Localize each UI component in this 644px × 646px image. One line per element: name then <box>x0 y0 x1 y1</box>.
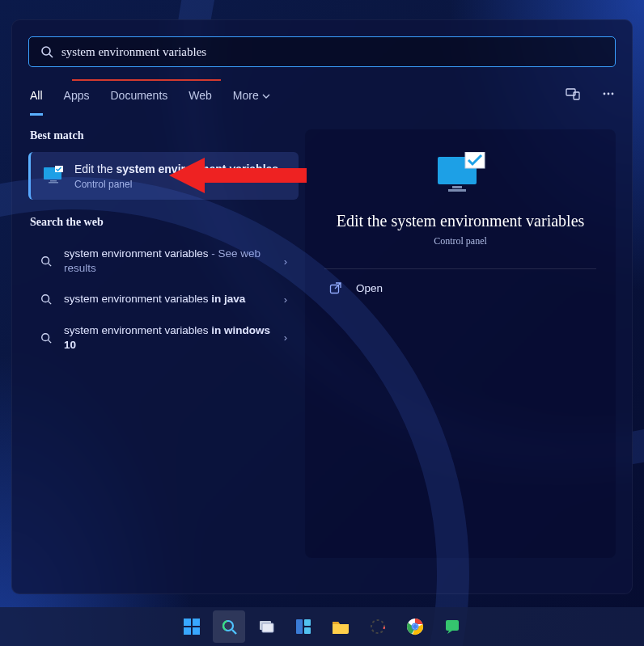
filter-tabs: All Apps Documents Web More <box>30 87 616 115</box>
svg-rect-22 <box>331 285 339 293</box>
svg-rect-23 <box>184 619 191 626</box>
best-match-title: Edit the system environment variables <box>74 162 278 177</box>
best-match-header: Best match <box>30 129 299 142</box>
task-view-button[interactable] <box>250 610 282 643</box>
divider <box>324 268 596 269</box>
more-icon[interactable] <box>601 87 616 115</box>
svg-rect-25 <box>184 627 191 635</box>
svg-point-40 <box>413 624 417 629</box>
chevron-right-icon: › <box>284 255 287 268</box>
task-view-icon <box>257 618 275 635</box>
svg-point-4 <box>604 93 606 95</box>
web-result-item[interactable]: system environment variables - See web r… <box>28 239 299 284</box>
search-input[interactable] <box>61 45 604 59</box>
open-action[interactable]: Open <box>324 276 596 301</box>
chevron-right-icon: › <box>284 331 287 344</box>
best-match-subtitle: Control panel <box>74 179 278 190</box>
tab-apps[interactable]: Apps <box>64 89 90 113</box>
svg-line-13 <box>49 264 52 267</box>
svg-rect-8 <box>50 180 57 182</box>
svg-rect-24 <box>193 619 200 626</box>
windows-icon <box>183 618 201 635</box>
svg-line-17 <box>49 340 52 343</box>
web-results-header: Search the web <box>30 216 299 229</box>
web-result-item[interactable]: system environment variables in java › <box>28 284 299 315</box>
tab-all[interactable]: All <box>30 89 43 116</box>
search-icon <box>40 293 52 305</box>
devices-icon[interactable] <box>566 87 580 115</box>
tab-more[interactable]: More <box>233 89 270 113</box>
web-result-label: system environment variables in java <box>64 292 273 306</box>
svg-line-15 <box>49 302 52 305</box>
chevron-right-icon: › <box>284 293 287 306</box>
preview-pane: Edit the system environment variables Co… <box>305 129 616 558</box>
svg-point-12 <box>42 257 49 264</box>
chat-icon <box>443 618 461 635</box>
explorer-button[interactable] <box>324 610 357 643</box>
svg-rect-33 <box>304 619 311 626</box>
preview-subtitle: Control panel <box>324 235 596 247</box>
svg-rect-9 <box>49 182 58 184</box>
svg-point-6 <box>612 93 614 95</box>
svg-rect-31 <box>262 623 273 632</box>
svg-rect-34 <box>304 627 311 634</box>
svg-line-1 <box>49 54 53 57</box>
circle-app-icon <box>369 618 387 635</box>
svg-rect-32 <box>296 619 303 634</box>
svg-rect-19 <box>452 186 462 188</box>
monitor-settings-icon <box>42 164 65 187</box>
open-label: Open <box>356 282 383 294</box>
search-button[interactable] <box>213 610 245 643</box>
results-column: Best match Edit the system environment v… <box>28 129 299 558</box>
open-external-icon <box>329 282 341 294</box>
chrome-button[interactable] <box>399 610 431 643</box>
web-result-label: system environment variables - See web r… <box>64 247 273 276</box>
svg-point-0 <box>42 47 50 55</box>
svg-rect-20 <box>448 189 466 192</box>
svg-rect-41 <box>446 620 459 631</box>
search-bar[interactable] <box>28 36 616 67</box>
preview-title: Edit the system environment variables <box>324 212 596 230</box>
best-match-item[interactable]: Edit the system environment variables Co… <box>28 152 299 200</box>
tab-documents[interactable]: Documents <box>110 89 167 113</box>
web-result-item[interactable]: system environment variables in windows … <box>28 315 299 361</box>
annotation-underline <box>72 79 221 81</box>
widgets-button[interactable] <box>287 610 320 643</box>
svg-point-16 <box>42 334 49 341</box>
monitor-settings-icon <box>434 152 486 199</box>
app-button[interactable] <box>362 610 394 643</box>
search-icon <box>40 255 52 267</box>
web-result-label: system environment variables in windows … <box>64 323 273 353</box>
search-panel: All Apps Documents Web More Best match E… <box>11 19 633 594</box>
chevron-down-icon <box>262 92 270 100</box>
tab-web[interactable]: Web <box>189 89 212 113</box>
search-icon <box>40 332 52 344</box>
folder-icon <box>331 618 350 635</box>
svg-point-35 <box>371 620 384 633</box>
search-icon <box>40 45 53 58</box>
app2-button[interactable] <box>436 610 468 643</box>
taskbar <box>0 607 644 646</box>
svg-point-5 <box>608 93 610 95</box>
start-button[interactable] <box>176 610 208 643</box>
svg-rect-26 <box>193 627 200 635</box>
svg-line-29 <box>232 630 236 634</box>
widgets-icon <box>294 618 312 635</box>
search-icon <box>220 618 238 635</box>
svg-point-14 <box>42 295 49 302</box>
chrome-icon <box>406 618 424 635</box>
